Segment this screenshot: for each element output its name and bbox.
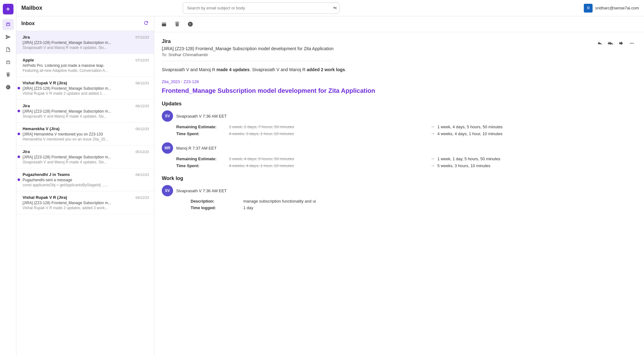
updates-title: Updates xyxy=(162,101,636,107)
update-item-2: MR Manoj R 7:37 AM EET Remaining Estimat… xyxy=(162,142,636,168)
email-preview: Vishal Rupak V R made 2 updates and adde… xyxy=(23,91,149,96)
sidebar-item-spam[interactable] xyxy=(3,82,14,93)
email-sender: Jira xyxy=(23,103,30,108)
email-date: 06/12/23 xyxy=(135,104,149,108)
email-date: 05/12/23 xyxy=(135,127,149,131)
email-sender: Jira xyxy=(23,35,30,40)
worklog-time-row: Time logged: 1 day xyxy=(191,205,636,210)
sidebar-item-drafts[interactable] xyxy=(3,44,14,55)
email-preview: Sivaprasath V and Manoj R made 4 updates… xyxy=(23,45,149,50)
refresh-icon[interactable] xyxy=(143,20,149,27)
search-input[interactable] xyxy=(183,3,340,14)
field-row-timespent-1: Time Spent: 4 weeks, 3 days, 1 hour, 10 … xyxy=(176,131,636,136)
field-label-remaining-1: Remaining Estimate: xyxy=(176,125,226,129)
email-item-header: Vishal Rupak V R (Jira) 04/12/23 xyxy=(23,195,149,200)
worklog-time-label: Time logged: xyxy=(191,205,241,210)
email-list-item[interactable]: Jira 05/12/23 [JIRA] (Z23-128) Frontend_… xyxy=(16,146,154,168)
field-old-remaining-2: 1 week, 4 days, 5 hours, 50 minutes xyxy=(229,156,428,161)
body-added: added 2 work logs xyxy=(307,67,345,72)
sidebar-item-trash[interactable] xyxy=(3,69,14,80)
arrow-timespent-2: → xyxy=(430,163,435,168)
email-date: 04/12/23 xyxy=(135,173,149,177)
field-old-remaining-1: 1 week, 2 days, 7 hours, 50 minutes xyxy=(229,125,428,129)
email-preview: const applicantsObj = getApplicantsBySta… xyxy=(23,183,149,187)
avatar-sv-worklog: SV xyxy=(162,185,173,196)
email-list: Jira 07/12/23 [JIRA] (Z23-128) Frontend_… xyxy=(16,31,154,355)
trash-button[interactable] xyxy=(172,19,182,29)
email-date: 05/12/23 xyxy=(135,150,149,154)
field-row-remaining-2: Remaining Estimate: 1 week, 4 days, 5 ho… xyxy=(176,156,636,161)
email-list-item[interactable]: Jira 07/12/23 [JIRA] (Z23-128) Frontend_… xyxy=(16,31,154,54)
email-item-header: Jira 05/12/23 xyxy=(23,149,149,154)
update-author-2: Manoj R 7:37 AM EET xyxy=(176,146,217,151)
email-item-header: Apple 07/12/23 xyxy=(23,58,149,62)
email-from: Jira xyxy=(162,39,334,44)
reply-all-button[interactable] xyxy=(606,39,615,48)
update-item-1: SV Sivaprasath V 7:36 AM EET Remaining E… xyxy=(162,110,636,136)
email-list-item[interactable]: Hemarekha V (Jira) 05/12/23 [JIRA] Hemar… xyxy=(16,123,154,146)
worklog-item-1: SV Sivaprasath V 7:36 AM EET Description… xyxy=(162,185,636,210)
update-fields-1: Remaining Estimate: 1 week, 2 days, 7 ho… xyxy=(176,124,636,136)
app-title: Mailbox xyxy=(21,5,59,11)
email-list-item[interactable]: Vishal Rupak V R (Jira) 04/12/23 [JIRA] … xyxy=(16,191,154,214)
update-author-1: Sivaprasath V 7:36 AM EET xyxy=(176,114,227,119)
email-subject-preview: [JIRA] (Z23-128) Frontend_Manage Subscri… xyxy=(23,40,149,45)
body-made: made 4 updates xyxy=(216,67,250,72)
body-intro: Sivaprasath V and Manoj R xyxy=(162,67,216,72)
email-sender: Vishal Rupak V R (Jira) xyxy=(23,81,67,85)
forward-button[interactable] xyxy=(616,39,626,48)
avatar: O xyxy=(584,4,593,13)
email-preview: Sivaprasath V and Manoj R made 4 updates… xyxy=(23,160,149,164)
unread-dot xyxy=(18,87,20,89)
update-header-2: MR Manoj R 7:37 AM EET xyxy=(162,142,636,154)
field-label-remaining-2: Remaining Estimate: xyxy=(176,156,226,161)
email-to: To: Sridhar Chinnathambi xyxy=(162,52,334,61)
email-item-header: Jira 07/12/23 xyxy=(23,35,149,40)
unread-dot xyxy=(18,110,20,112)
field-row-remaining-1: Remaining Estimate: 1 week, 2 days, 7 ho… xyxy=(176,124,636,129)
email-content: Jira [JIRA] (Z23-128) Frontend_Manage Su… xyxy=(154,32,644,355)
email-list-item[interactable]: Jira 06/12/23 [JIRA] (Z23-128) Frontend_… xyxy=(16,100,154,123)
avatar-sv-1: SV xyxy=(162,110,173,122)
email-list-item[interactable]: Vishal Rupak V R (Jira) 06/12/23 [JIRA] … xyxy=(16,77,154,100)
jira-breadcrumb: Zita_2023 / Z23-128 xyxy=(162,79,636,84)
unread-dot xyxy=(18,156,20,158)
reply-button[interactable] xyxy=(595,39,604,48)
compose-button[interactable]: + xyxy=(3,4,13,14)
email-list-item[interactable]: Apple 07/12/23 AirPods Pro. Listening ju… xyxy=(16,54,154,77)
more-button[interactable] xyxy=(627,39,636,48)
user-info: O sridharc@sense7ai.com xyxy=(584,4,639,13)
main-container: Mailbox O sridharc@sense7ai.com Inbox xyxy=(16,0,644,355)
jira-title: Frontend_Manage Subscription model devel… xyxy=(162,87,636,95)
field-row-timespent-2: Time Spent: 4 weeks, 4 days, 1 hour, 10 … xyxy=(176,163,636,168)
worklog-desc-label: Description: xyxy=(191,199,241,204)
arrow-timespent-1: → xyxy=(430,131,435,136)
user-email: sridharc@sense7ai.com xyxy=(595,6,639,10)
archive-button[interactable] xyxy=(159,19,169,29)
email-sender: Apple xyxy=(23,58,34,62)
email-subject: [JIRA] (Z23-128) Frontend_Manage Subscri… xyxy=(162,46,334,51)
sidebar: + xyxy=(0,0,16,355)
email-subject-preview: [JIRA] (Z23-128) Frontend_Manage Subscri… xyxy=(23,201,149,205)
email-preview: Featuring all-new Adaptive Audio, Conver… xyxy=(23,68,149,73)
unread-dot xyxy=(18,178,20,181)
email-item-header: Vishal Rupak V R (Jira) 06/12/23 xyxy=(23,81,149,85)
email-body: Sivaprasath V and Manoj R made 4 updates… xyxy=(162,66,636,73)
email-detail-panel: Jira [JIRA] (Z23-128) Frontend_Manage Su… xyxy=(154,16,644,355)
email-list-item[interactable]: Pugazhendhi J in Teams 04/12/23 Pugazhen… xyxy=(16,168,154,191)
field-label-timespent-2: Time Spent: xyxy=(176,163,226,168)
email-sender: Hemarekha V (Jira) xyxy=(23,126,60,131)
sidebar-item-inbox[interactable] xyxy=(3,19,14,30)
email-sender: Vishal Rupak V R (Jira) xyxy=(23,195,67,200)
spam-button[interactable] xyxy=(186,19,195,29)
field-new-remaining-1: 1 week, 4 days, 5 hours, 50 minutes xyxy=(437,125,636,129)
email-preview: Vishal Rupak V R made 2 updates, added 3… xyxy=(23,206,149,210)
sidebar-item-archive[interactable] xyxy=(3,56,14,68)
email-date: 04/12/23 xyxy=(135,196,149,199)
sidebar-item-sent[interactable] xyxy=(3,31,14,43)
update-fields-2: Remaining Estimate: 1 week, 4 days, 5 ho… xyxy=(176,156,636,168)
email-item-header: Hemarekha V (Jira) 05/12/23 xyxy=(23,126,149,131)
email-subject-preview: [JIRA] (Z23-128) Frontend_Manage Subscri… xyxy=(23,155,149,159)
email-subject-preview: [JIRA] (Z23-128) Frontend_Manage Subscri… xyxy=(23,86,149,91)
field-new-timespent-2: 5 weeks, 3 hours, 10 minutes xyxy=(437,163,636,168)
